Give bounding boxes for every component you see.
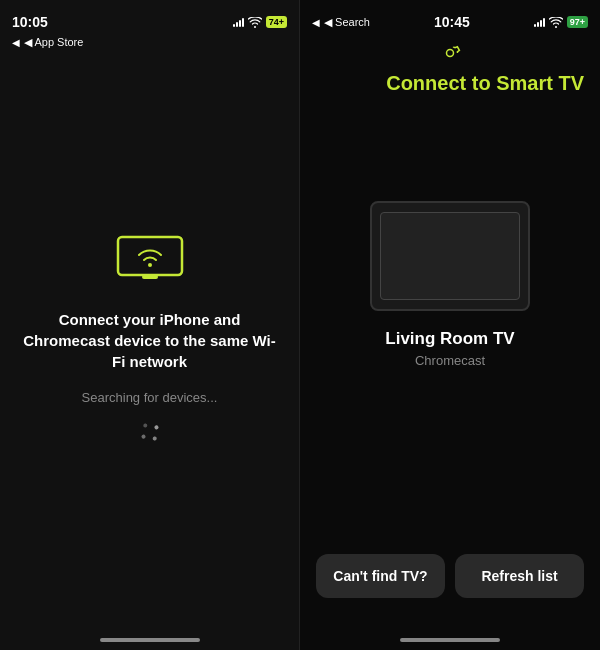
svg-rect-1 [142,275,158,279]
right-back-label: ◀ Search [324,16,370,29]
settings-gear-icon[interactable] [439,42,461,64]
svg-point-9 [144,422,149,427]
left-status-icons: 74+ [233,16,287,28]
right-panel: ◀ ◀ Search 10:45 97+ Conne [300,0,600,650]
page-title: Connect to Smart TV [300,68,600,95]
refresh-list-button[interactable]: Refresh list [455,554,584,598]
tv-wifi-illustration [110,209,190,285]
left-status-time: 10:05 [12,14,48,30]
left-battery-badge: 74+ [266,16,287,28]
right-status-time: 10:45 [434,14,470,30]
left-wifi-icon [248,17,262,28]
left-panel: 10:05 74+ ◀ ◀ App Store [0,0,300,650]
right-signal-icon [534,17,545,27]
left-status-bar: 10:05 74+ [0,0,299,36]
tv-device-area: Living Room TV Chromecast [370,95,530,554]
right-status-bar: ◀ ◀ Search 10:45 97+ [300,0,600,36]
svg-point-7 [150,436,155,441]
left-back-label: ◀ App Store [24,36,83,49]
left-main-content: Connect your iPhone and Chromecast devic… [0,53,299,638]
tv-device-thumbnail [370,201,530,311]
loading-spinner [139,421,161,443]
right-back-nav[interactable]: ◀ ◀ Search [312,16,370,29]
bottom-action-buttons: Can't find TV? Refresh list [300,554,600,638]
left-back-arrow-icon: ◀ [12,37,20,48]
left-signal-icon [233,17,244,27]
svg-point-6 [154,426,159,431]
connect-instruction-text: Connect your iPhone and Chromecast devic… [20,309,279,372]
cant-find-tv-button[interactable]: Can't find TV? [316,554,445,598]
searching-status-text: Searching for devices... [82,390,218,405]
device-type-label: Chromecast [415,353,485,368]
right-home-indicator [400,638,500,642]
settings-icon-area[interactable] [300,36,600,68]
right-wifi-icon [549,17,563,28]
device-name-label: Living Room TV [385,329,514,349]
svg-point-8 [140,432,145,437]
right-back-arrow-icon: ◀ [312,17,320,28]
tv-screen [380,212,520,300]
svg-rect-0 [118,237,182,275]
left-back-nav[interactable]: ◀ ◀ App Store [12,36,83,49]
left-home-indicator [100,638,200,642]
right-battery-badge: 97+ [567,16,588,28]
right-status-icons: 97+ [534,16,588,28]
